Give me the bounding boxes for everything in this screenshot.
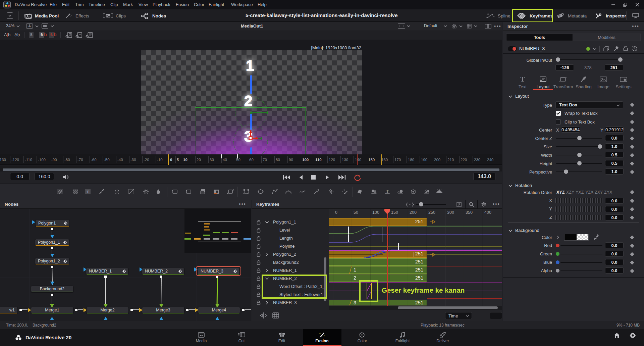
svg-text:T: T (87, 190, 89, 194)
svg-text:T: T (520, 76, 525, 83)
svg-text:T: T (386, 189, 389, 194)
